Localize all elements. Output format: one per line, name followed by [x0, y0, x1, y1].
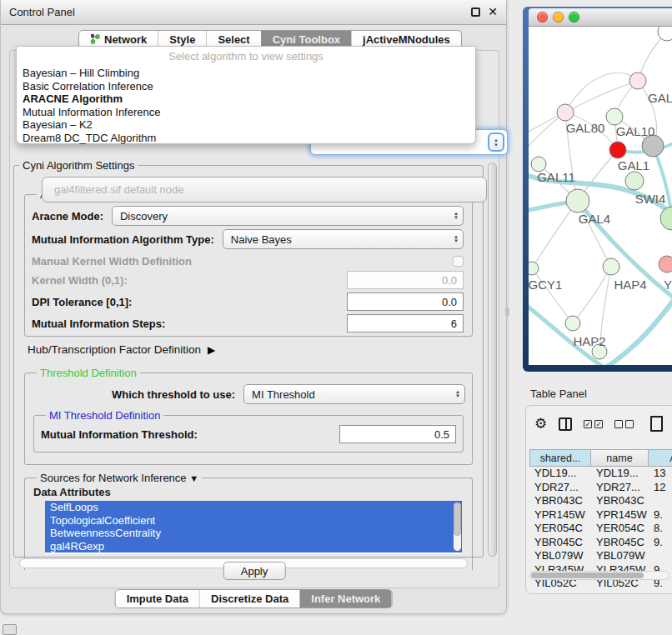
kernel-width-label: Kernel Width (0,1): — [32, 274, 128, 287]
algorithm-option-bayesian-hill-climbing[interactable]: Bayesian – Hill Climbing — [17, 67, 475, 80]
table-cell — [649, 549, 672, 563]
bottom-tab-infer-network[interactable]: Infer Network — [299, 590, 391, 608]
new-table-icon[interactable] — [650, 416, 663, 432]
node-gcy1[interactable] — [529, 262, 539, 275]
node-hap2[interactable] — [565, 316, 580, 331]
kernel-width-field[interactable]: 0.0 — [347, 271, 464, 289]
network-edge — [532, 201, 578, 268]
table-horizontal-scrollbar[interactable] — [529, 571, 669, 580]
bottom-tab-discretize-data-label: Discretize Data — [211, 592, 288, 605]
node-pink-top[interactable] — [629, 72, 646, 89]
table-row[interactable]: YDL19...YDL19...13 — [529, 467, 672, 481]
table-source-combo-value: gal4filtered.sif default node — [54, 183, 183, 196]
expand-arrow-icon: ▶ — [208, 344, 215, 356]
close-icon[interactable]: ✕ — [488, 8, 498, 17]
table-row[interactable]: YBL079WYBL079W — [529, 549, 672, 563]
bottom-tab-discretize-data[interactable]: Discretize Data — [199, 590, 299, 608]
apply-button[interactable]: Apply — [223, 562, 286, 580]
node-gal80[interactable] — [557, 104, 574, 121]
control-panel-window: Control Panel ✕ NetworkStyleSelectCyni T… — [0, 0, 507, 614]
table-cell: YBR045C — [529, 536, 591, 550]
node-label-gal4: GAL4 — [579, 212, 610, 226]
algorithm-option-dream8-dc-tdc-algorithm[interactable]: Dream8 DC_TDC Algorithm — [17, 132, 475, 145]
table-cell: YBR043C — [529, 494, 591, 508]
table-settings-gear-icon[interactable]: ⚙ — [534, 417, 547, 431]
node-label-swi4: SWI4 — [635, 192, 666, 206]
column-header-a[interactable]: A — [649, 449, 672, 467]
node-hap4[interactable] — [603, 258, 619, 275]
aracne-mode-combo[interactable]: Discovery ▲▼ — [112, 206, 464, 226]
aracne-mode-value: Discovery — [120, 210, 168, 222]
table-source-combo[interactable]: gal4filtered.sif default node — [42, 177, 487, 202]
settings-vertical-scrollbar[interactable] — [487, 161, 498, 589]
cyni-bottom-tab-bar: Impute DataDiscretize DataInfer Network — [115, 589, 393, 608]
algorithm-definition-group: Algorithm Definition Aracne Mode: Discov… — [24, 188, 473, 337]
window-close-icon[interactable] — [537, 12, 548, 22]
column-header-name[interactable]: name — [591, 449, 649, 467]
algorithm-option-bayesian-k2[interactable]: Bayesian – K2 — [17, 118, 475, 132]
table-panel-title: Table Panel — [530, 388, 587, 400]
control-panel-title: Control Panel — [9, 6, 75, 18]
node-gal10[interactable] — [606, 108, 623, 125]
table-cell: YBL079W — [529, 549, 591, 563]
bottom-tab-impute-data[interactable]: Impute Data — [116, 590, 199, 608]
tab-style-label: Style — [169, 33, 195, 46]
float-window-icon[interactable] — [471, 8, 480, 17]
threshold-definition-legend: Threshold Definition — [37, 367, 140, 379]
threshold-definition-group: Threshold Definition Which threshold to … — [24, 367, 473, 465]
select-all-columns-icon[interactable]: ✓✓ — [584, 420, 603, 428]
node-gal1-red[interactable] — [609, 142, 626, 158]
network-window-titlebar — [529, 8, 672, 27]
list-scrollbar[interactable] — [454, 502, 461, 551]
hub-definition-expander[interactable]: Hub/Transcription Factor Definition ▶ — [28, 343, 215, 356]
window-zoom-icon[interactable] — [569, 12, 579, 22]
node-salmon[interactable] — [659, 256, 672, 272]
algorithm-option-mutual-information-inference[interactable]: Mutual Information Inference — [17, 106, 475, 119]
algorithm-option-aracne-algorithm[interactable]: ARACNE Algorithm — [17, 92, 475, 106]
node-swi4[interactable] — [625, 172, 644, 190]
table-cell: YDR27... — [591, 481, 649, 495]
minimized-panel-icon[interactable] — [3, 624, 17, 635]
attribute-item-gal4rgexp[interactable]: gal4RGexp — [45, 540, 462, 553]
node-table: shared...nameA YDL19...YDL19...13YDR27..… — [529, 449, 672, 591]
algorithm-option-basic-correlation-inference[interactable]: Basic Correlation Inference — [17, 80, 475, 93]
window-minimize-icon[interactable] — [553, 12, 564, 22]
sources-legend[interactable]: Sources for Network Inference ▼ — [37, 472, 202, 484]
table-row[interactable]: YDR27...YDR27...12 — [529, 481, 672, 495]
attribute-item-topologicalcoefficient[interactable]: TopologicalCoefficient — [45, 514, 462, 528]
table-row[interactable]: YBR043CYBR043C — [529, 494, 672, 508]
data-attributes-list: SelfLoopsTopologicalCoefficientBetweenne… — [45, 501, 462, 554]
attribute-item-betweennesscentrality[interactable]: BetweennessCentrality — [45, 527, 462, 540]
network-view-window: GALGAL80GAL10GAL1SWI4GAL11GAL4GCY1HAP4YH… — [523, 7, 672, 372]
deselect-all-columns-icon[interactable] — [614, 420, 634, 428]
attribute-item-selfloops[interactable]: SelfLoops — [45, 501, 462, 514]
tab-jactivemnodules-label: jActiveMNodules — [363, 33, 450, 46]
node-label-gal1: GAL1 — [618, 158, 649, 172]
column-view-icon[interactable] — [559, 418, 572, 431]
table-row[interactable]: YBR045CYBR045C9. — [529, 536, 672, 550]
table-row[interactable]: YER054CYER054C8. — [529, 522, 672, 536]
panel-splitter-handle[interactable] — [505, 308, 509, 316]
node-white[interactable] — [658, 27, 672, 41]
column-header-shared[interactable]: shared... — [529, 449, 591, 467]
mi-type-combo[interactable]: Naive Bayes ▲▼ — [223, 229, 464, 249]
mi-steps-field[interactable]: 6 — [347, 314, 464, 332]
node-label-gal11: GAL11 — [537, 170, 575, 184]
table-row[interactable]: YPR145WYPR145W9. — [529, 508, 672, 522]
which-threshold-value: MI Threshold — [252, 388, 315, 401]
manual-kernel-checkbox[interactable] — [453, 256, 464, 267]
dpi-tolerance-field[interactable]: 0.0 — [347, 292, 464, 311]
table-cell: 13 — [649, 467, 672, 481]
settings-legend: Cyni Algorithm Settings — [19, 159, 138, 172]
bottom-tab-infer-network-label: Infer Network — [311, 592, 380, 605]
combo-stepper-icon: ▲▼ — [455, 390, 460, 398]
node-big-green[interactable] — [660, 207, 672, 230]
node-label-hap2: HAP2 — [573, 334, 605, 348]
hub-definition-label: Hub/Transcription Factor Definition — [28, 343, 201, 356]
which-threshold-combo[interactable]: MI Threshold ▲▼ — [243, 384, 465, 404]
node-label-hap4: HAP4 — [614, 278, 646, 292]
table-cell: YER054C — [591, 522, 649, 536]
network-canvas[interactable]: GALGAL80GAL10GAL1SWI4GAL11GAL4GCY1HAP4YH… — [529, 27, 672, 365]
node-gal4[interactable] — [566, 189, 589, 212]
mi-threshold-field[interactable]: 0.5 — [339, 425, 456, 443]
